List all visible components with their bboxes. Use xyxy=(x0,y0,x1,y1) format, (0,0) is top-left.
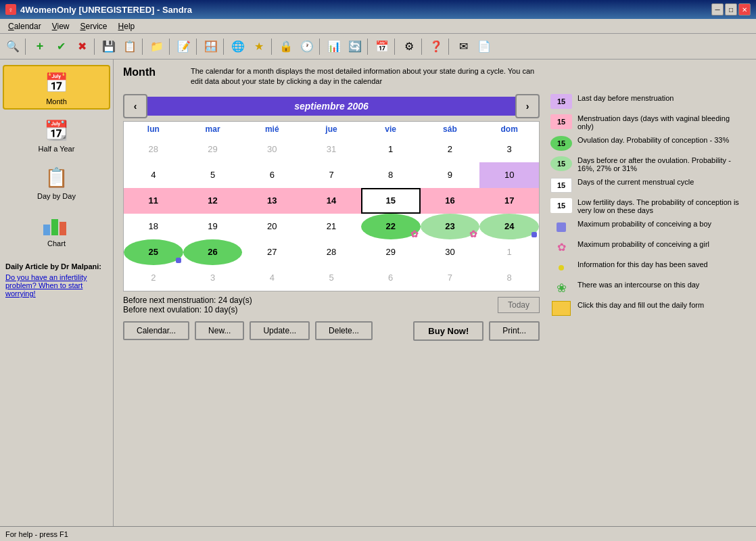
calendar-day[interactable]: 20 xyxy=(242,214,302,239)
toolbar-folder[interactable]: 📁 xyxy=(147,37,167,57)
calendar-day[interactable]: 4 xyxy=(124,162,183,188)
calendar-day[interactable]: 14 xyxy=(302,188,361,214)
toolbar-doc[interactable]: 📄 xyxy=(474,37,494,57)
new-button[interactable]: New... xyxy=(195,321,244,340)
legend-box-light-green: 15 xyxy=(550,156,572,171)
legend-box-light-purple: 15 xyxy=(550,94,572,109)
toolbar-save[interactable]: 💾 xyxy=(99,37,119,57)
calendar-day[interactable]: 16 xyxy=(421,188,480,214)
sidebar-item-month[interactable]: 📅 Month xyxy=(3,65,110,110)
month-header: septiembre 2006 xyxy=(147,97,515,116)
calendar-day[interactable]: 12 xyxy=(183,188,243,214)
calendar-day[interactable]: 11 xyxy=(124,188,183,214)
calendar-day[interactable]: 27 xyxy=(242,239,302,265)
calendar-day[interactable]: 5 xyxy=(183,162,243,188)
calendar-day[interactable]: 2 xyxy=(421,137,480,162)
update-button[interactable]: Update... xyxy=(250,321,310,340)
calendar-day[interactable]: 7 xyxy=(302,162,361,188)
sidebar-article-link[interactable]: Do you have an infertility problem? When… xyxy=(5,273,87,298)
calendar-day[interactable]: 30 xyxy=(242,137,302,162)
calendar-day[interactable]: 25 xyxy=(124,239,183,265)
calendar-day[interactable]: 1 xyxy=(361,137,421,162)
calendar-day[interactable]: 1 xyxy=(479,239,539,265)
legend-sym-yellow xyxy=(550,260,572,275)
minimize-button[interactable]: ─ xyxy=(711,3,724,16)
buy-now-button[interactable]: Buy Now! xyxy=(413,321,483,341)
calendar-day[interactable]: 30 xyxy=(421,239,480,265)
calendar-day[interactable]: 10 xyxy=(479,162,539,188)
toolbar-window[interactable]: 🪟 xyxy=(201,37,221,57)
calendar-day[interactable]: 9 xyxy=(421,162,480,188)
menu-calendar[interactable]: Calendar xyxy=(3,20,47,32)
calendar-day[interactable]: 13 xyxy=(242,188,302,214)
calendar-day[interactable]: 29 xyxy=(361,239,421,265)
sidebar-item-halfyear[interactable]: 📆 Half a Year xyxy=(3,112,110,157)
calendar-day[interactable]: 26 xyxy=(183,239,243,265)
content-header: Month The calendar for a month displays … xyxy=(123,66,747,87)
legend-item-3: 15 Days before or after the ovulation. P… xyxy=(550,156,747,172)
toolbar-lock[interactable]: 🔒 xyxy=(276,37,296,57)
calendar-day[interactable]: 29 xyxy=(183,137,243,162)
calendar-day[interactable]: 18 xyxy=(124,214,183,239)
before-menstruation-text: Before next menstruation: 24 day(s) xyxy=(123,296,252,305)
calendar-day[interactable]: 28 xyxy=(302,239,361,265)
calendar-day[interactable]: 3 xyxy=(183,265,243,291)
menu-help[interactable]: Help xyxy=(113,20,141,32)
menu-view[interactable]: View xyxy=(47,20,75,32)
next-month-button[interactable]: › xyxy=(515,94,540,118)
calendar-day[interactable]: 8 xyxy=(479,265,539,291)
toolbar-clipboard[interactable]: 📋 xyxy=(120,37,140,57)
toolbar-help[interactable]: ❓ xyxy=(426,37,446,57)
tb-sep-7 xyxy=(271,39,274,55)
legend-panel: 15 Last day before menstruation 15 Menst… xyxy=(550,94,747,341)
calendar-day[interactable]: 5 xyxy=(302,265,361,291)
calendar-day[interactable]: 6 xyxy=(361,265,421,291)
bottom-right-buttons: Buy Now! Print... xyxy=(413,321,540,341)
calendar-day[interactable]: 3 xyxy=(479,137,539,162)
tb-sep-12 xyxy=(448,39,451,55)
prev-month-button[interactable]: ‹ xyxy=(123,94,147,118)
calendar-day[interactable]: 17 xyxy=(479,188,539,214)
calendar-day[interactable]: 4 xyxy=(242,265,302,291)
calendar-day[interactable]: 15 xyxy=(361,188,421,214)
toolbar-delete[interactable]: ✖ xyxy=(72,37,92,57)
status-text: For help - press F1 xyxy=(5,530,68,538)
toolbar-chart[interactable]: 📊 xyxy=(324,37,344,57)
calendar-day[interactable]: 23✿ xyxy=(421,214,480,239)
calendar-day[interactable]: 19 xyxy=(183,214,243,239)
calendar-day[interactable]: 2 xyxy=(124,265,183,291)
calendar-day[interactable]: 7 xyxy=(421,265,480,291)
page-title: Month xyxy=(123,66,177,78)
calendar-day[interactable]: 8 xyxy=(361,162,421,188)
legend-item-10: Click this day and fill out the daily fo… xyxy=(550,301,747,316)
calendar-button[interactable]: Calendar... xyxy=(123,321,189,340)
toolbar-calendar[interactable]: 📅 xyxy=(372,37,392,57)
toolbar-add[interactable]: + xyxy=(30,37,50,57)
calendar-day[interactable]: 21 xyxy=(302,214,361,239)
delete-button[interactable]: Delete... xyxy=(315,321,373,340)
maximize-button[interactable]: □ xyxy=(725,3,737,16)
toolbar-globe[interactable]: 🌐 xyxy=(228,37,248,57)
toolbar-search[interactable]: 🔍 xyxy=(3,37,23,57)
calendar-day[interactable]: 31 xyxy=(302,137,361,162)
close-button[interactable]: ✕ xyxy=(738,3,751,16)
toolbar-mail[interactable]: ✉ xyxy=(453,37,473,57)
toolbar-clock[interactable]: 🕐 xyxy=(297,37,317,57)
toolbar-gear[interactable]: ⚙ xyxy=(399,37,419,57)
sidebar-item-daybyday[interactable]: 📋 Day by Day xyxy=(3,160,110,204)
daybyday-icon: 📋 xyxy=(41,164,73,191)
legend-text-3: Days before or after the ovulation. Prob… xyxy=(577,156,747,172)
calendar-day[interactable]: 24 xyxy=(479,214,539,239)
today-button[interactable]: Today xyxy=(498,297,540,313)
toolbar-edit[interactable]: 📝 xyxy=(174,37,194,57)
legend-text-4: Days of the current menstrual cycle xyxy=(577,178,694,186)
menu-service[interactable]: Service xyxy=(75,20,113,32)
toolbar-star[interactable]: ★ xyxy=(249,37,269,57)
sidebar-item-chart[interactable]: Chart xyxy=(3,207,110,252)
toolbar-refresh[interactable]: 🔄 xyxy=(345,37,365,57)
calendar-day[interactable]: 28 xyxy=(124,137,183,162)
calendar-day[interactable]: 6 xyxy=(242,162,302,188)
toolbar-confirm[interactable]: ✔ xyxy=(51,37,71,57)
calendar-day[interactable]: 22✿ xyxy=(361,214,421,239)
print-button[interactable]: Print... xyxy=(489,321,540,341)
